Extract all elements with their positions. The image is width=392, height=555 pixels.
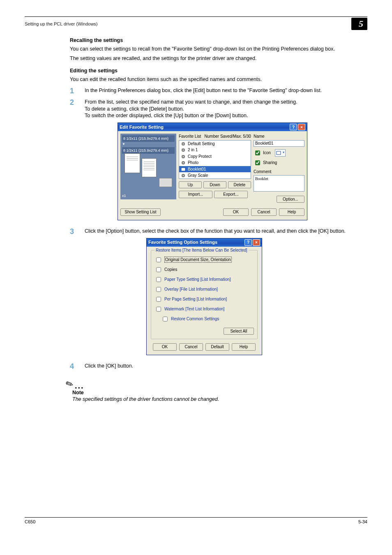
list-item-selected: Booklet01 — [179, 166, 251, 173]
note-icon: ✎ — [64, 378, 75, 391]
restore-item-label: Overlay [File List Information] — [164, 287, 218, 292]
help-button[interactable]: Help — [232, 343, 256, 351]
dialog-title: Edit Favorite Setting — [120, 124, 164, 130]
step-3-text: Click the [Option] button, select the ch… — [85, 228, 346, 234]
option-button[interactable]: Option... — [277, 196, 304, 203]
arrow-down-icon: ▼ — [122, 142, 175, 147]
step-number-1: 1 — [70, 87, 85, 95]
gear-icon — [180, 160, 186, 165]
dialog-favorite-setting-option: Favorite Setting Option Settings ? × Res… — [146, 238, 262, 355]
step-1-text: In the Printing Preferences dialog box, … — [85, 87, 367, 95]
list-item: Default Setting — [179, 141, 251, 147]
note-text: The specified settings of the driver fun… — [72, 396, 367, 402]
window-close-button[interactable]: × — [298, 124, 305, 130]
sharing-label: Sharing — [263, 160, 277, 166]
ok-button[interactable]: OK — [153, 343, 177, 351]
ok-button[interactable]: OK — [223, 208, 249, 216]
list-item: Copy Protect — [179, 153, 251, 160]
favorite-listbox[interactable]: Default Setting 2 in 1 Copy Protect Phot… — [179, 140, 251, 179]
step-number-3: 3 — [70, 228, 85, 358]
restore-item-label: Watermark [Text List Information] — [164, 306, 224, 312]
favorite-list-count: Number Saved/Max. 5/30 — [205, 134, 251, 139]
delete-button[interactable]: Delete — [228, 181, 251, 189]
svg-point-7 — [182, 162, 184, 163]
step-4-text: Click the [OK] button. — [85, 363, 367, 370]
heading-recalling: Recalling the settings — [70, 37, 367, 43]
gear-icon — [180, 173, 186, 178]
svg-rect-11 — [277, 151, 281, 155]
step-2-text-c: To switch the order displayed, click the… — [85, 113, 248, 118]
preview-page-left — [125, 153, 140, 173]
import-button[interactable]: Import... — [179, 191, 212, 198]
icon-checkbox[interactable] — [255, 150, 260, 155]
gear-icon — [180, 141, 186, 146]
gear-icon — [180, 154, 186, 159]
step-number-2: 2 — [70, 99, 85, 224]
help-button[interactable]: Help — [279, 208, 304, 216]
restore-item-label: Original Document Size, Orientation — [164, 257, 232, 263]
step-2-text-a: From the list, select the specified name… — [85, 99, 297, 105]
window-help-button[interactable]: ? — [244, 239, 252, 246]
window-close-button[interactable]: × — [253, 239, 260, 246]
comment-textarea[interactable] — [254, 175, 304, 192]
restore-item-label: Per Page Setting [List Information] — [164, 296, 227, 302]
restore-item-checkbox[interactable] — [156, 257, 161, 262]
dialog-edit-favorite-setting: Edit Favorite Setting ? × 8 1/2x11 (215.… — [118, 123, 307, 220]
restore-items-legend: Restore Items [The Items Below Can Be Se… — [154, 247, 249, 253]
show-setting-list-button[interactable]: Show Setting List — [120, 208, 161, 216]
restore-item-checkbox[interactable] — [163, 317, 168, 321]
preview-pane: 8 1/2x11 (215.9x279.4 mm) ▼ 8 1/2x11 (21… — [120, 134, 176, 199]
dialog-title-fsos: Favorite Setting Option Settings — [148, 239, 217, 245]
up-button[interactable]: Up — [179, 181, 202, 189]
heading-editing: Editing the settings — [70, 68, 367, 74]
restore-item-label: Restore Common Settings — [171, 316, 219, 322]
export-button[interactable]: Export... — [214, 191, 248, 198]
chapter-badge: 5 — [351, 18, 367, 30]
footer-model: C650 — [25, 519, 35, 524]
header-section: Setting up the PCL driver (Windows) — [25, 21, 98, 26]
svg-rect-8 — [181, 168, 185, 171]
para-recalling-2: The setting values are recalled, and the… — [70, 55, 367, 62]
note-label: Note — [72, 390, 367, 395]
booklet-icon — [180, 167, 186, 172]
cancel-button[interactable]: Cancel — [179, 343, 203, 351]
restore-item-checkbox[interactable] — [156, 307, 161, 312]
favorite-list-label: Favorite List — [179, 134, 201, 139]
svg-point-5 — [182, 156, 184, 157]
sharing-checkbox[interactable] — [255, 160, 260, 165]
printer-icon — [159, 178, 172, 187]
preview-page-right — [142, 158, 157, 177]
preview-size-2: 8 1/2x11 (215.9x279.4 mm) — [122, 147, 175, 154]
footer-page: 5-34 — [358, 519, 367, 524]
cancel-button[interactable]: Cancel — [251, 208, 277, 216]
window-help-button[interactable]: ? — [290, 124, 297, 130]
svg-point-10 — [182, 175, 184, 176]
restore-item-label: Copies — [164, 267, 177, 273]
svg-point-3 — [182, 149, 184, 150]
name-label: Name — [254, 134, 304, 139]
chevron-down-icon: ▾ — [283, 150, 284, 155]
restore-item-checkbox[interactable] — [156, 267, 161, 272]
list-item: Photo — [179, 160, 251, 166]
icon-label: Icon — [263, 150, 271, 156]
icon-picker[interactable]: ▾ — [275, 149, 286, 157]
select-all-button[interactable]: Select All — [224, 328, 254, 335]
preview-multiplier: x1 — [122, 193, 126, 198]
list-item: 2 in 1 — [179, 147, 251, 153]
down-button[interactable]: Down — [203, 181, 226, 189]
name-input[interactable] — [254, 140, 304, 147]
restore-item-checkbox[interactable] — [156, 287, 161, 292]
step-2-text-b: To delete a setting, click the [Delete] … — [85, 106, 184, 112]
restore-item-checkbox[interactable] — [156, 277, 161, 282]
gear-icon — [180, 148, 186, 153]
restore-item-checkbox[interactable] — [156, 297, 161, 302]
comment-label: Comment — [254, 169, 304, 175]
preview-size-1: 8 1/2x11 (215.9x279.4 mm) — [122, 135, 175, 142]
svg-point-1 — [182, 143, 184, 144]
default-button[interactable]: Default — [205, 343, 229, 351]
step-number-4: 4 — [70, 363, 85, 370]
ellipsis-icon: ... — [75, 381, 84, 390]
list-item: Gray Scale — [179, 172, 251, 179]
restore-item-label: Paper Type Setting [List Information] — [164, 277, 231, 282]
para-editing-intro: You can edit the recalled function items… — [70, 76, 367, 83]
